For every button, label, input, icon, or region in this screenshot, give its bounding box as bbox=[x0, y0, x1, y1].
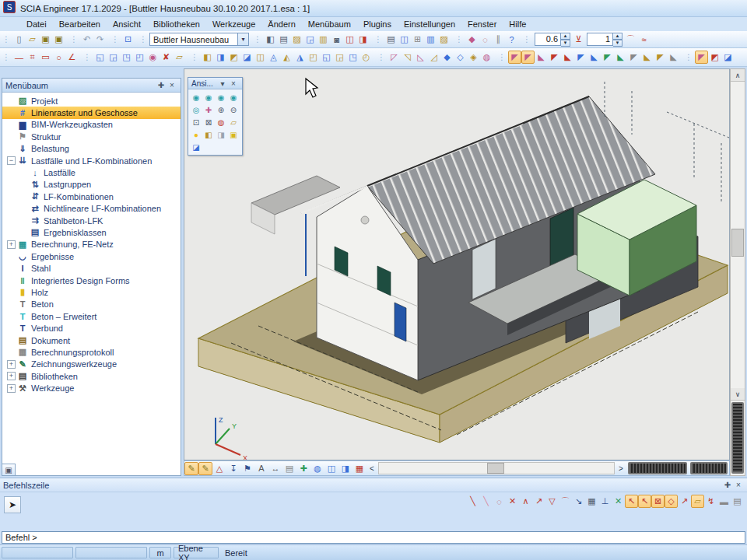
snap-print-icon[interactable]: ▬ bbox=[717, 495, 731, 508]
menu-aendern[interactable]: Ändern bbox=[261, 19, 301, 30]
activity-icon[interactable]: ◆ bbox=[465, 33, 479, 46]
menu-bibliotheken[interactable]: Bibliotheken bbox=[147, 19, 206, 30]
select-mirror-icon[interactable]: ◇ bbox=[454, 51, 467, 64]
tree-expander[interactable] bbox=[7, 252, 16, 261]
rotate-vertical-control[interactable] bbox=[731, 402, 744, 474]
measure-axis-icon[interactable]: ◳ bbox=[346, 51, 359, 64]
paste-add-icon[interactable]: ◰ bbox=[133, 51, 146, 64]
save-project-icon[interactable]: ▣ bbox=[39, 33, 52, 46]
project-data-icon[interactable]: ▨ bbox=[290, 33, 303, 46]
sidebar-item-bim-werkzeugkasten[interactable]: ▆ BIM-Werkzeugkasten bbox=[2, 119, 181, 131]
menu-fenster[interactable]: Fenster bbox=[461, 19, 503, 30]
project-selector[interactable]: Buttler Hausneubau ▾ bbox=[149, 33, 249, 46]
menu-bearbeiten[interactable]: Bearbeiten bbox=[53, 19, 107, 30]
view-front-icon[interactable]: ◉ bbox=[202, 91, 215, 103]
activity-inv-1-icon[interactable]: ◤ bbox=[601, 51, 614, 64]
close-icon[interactable]: × bbox=[167, 80, 177, 91]
sidebar-item-belastung[interactable]: ⇓ Belastung bbox=[2, 143, 181, 155]
rotate-horizontal-control[interactable] bbox=[628, 462, 687, 474]
activity-layer-2-icon[interactable]: ◤ bbox=[521, 51, 535, 64]
load-scale-spinner[interactable]: 1 ▲▼ bbox=[587, 33, 622, 46]
snap-vertex-icon[interactable]: ∧ bbox=[519, 495, 532, 508]
new-project-icon[interactable]: ▯ bbox=[12, 33, 26, 46]
select-chain-icon[interactable]: ◿ bbox=[427, 51, 440, 64]
tree-expander[interactable] bbox=[7, 121, 16, 129]
snap-tangent-icon[interactable]: ↗ bbox=[678, 495, 691, 508]
print-icon[interactable]: ▤ bbox=[384, 33, 398, 46]
redo-icon[interactable]: ↷ bbox=[93, 33, 107, 46]
scroll-left-icon[interactable]: < bbox=[366, 462, 377, 474]
snap-table-icon[interactable]: ▤ bbox=[731, 495, 744, 508]
chevron-down-icon[interactable]: ▾ bbox=[217, 78, 228, 89]
status-plane[interactable]: Ebene XY bbox=[174, 547, 219, 558]
snap-orthogonal-icon[interactable]: ◇ bbox=[665, 495, 678, 508]
select-rotate-icon[interactable]: ◍ bbox=[480, 51, 493, 64]
engineering-report-icon[interactable]: ▥ bbox=[424, 33, 437, 46]
gallery-icon[interactable]: ◫ bbox=[343, 33, 356, 46]
model-viewport[interactable]: Z Y X Ansi... ▾ × ◉◉◉◉◎✚⊕⊖⊡⊠◍▱●◧◨▣◪ bbox=[184, 68, 730, 460]
tree-expander[interactable] bbox=[7, 348, 16, 356]
tree-expander[interactable] bbox=[7, 96, 16, 105]
tree-expander[interactable] bbox=[7, 132, 16, 141]
angle-icon[interactable]: ∠ bbox=[65, 51, 79, 64]
open-project-icon[interactable]: ▱ bbox=[26, 33, 39, 46]
menu-menuebaum[interactable]: Menübaum bbox=[302, 19, 357, 30]
snap-free-icon[interactable]: ╲ bbox=[466, 495, 479, 508]
zoom-all-icon[interactable]: ⊠ bbox=[202, 116, 215, 128]
sidebar-item-holz[interactable]: ▮ Holz bbox=[2, 286, 181, 298]
print-preview-icon[interactable]: ◫ bbox=[398, 33, 411, 46]
activity-clip-2-icon[interactable]: ◣ bbox=[561, 51, 574, 64]
cursor-snap-icon[interactable]: ↘ bbox=[572, 495, 585, 508]
labels-display-icon[interactable]: A bbox=[254, 462, 268, 475]
load-scale-icon[interactable]: ⌒ bbox=[624, 33, 637, 46]
tree-expander[interactable] bbox=[7, 288, 16, 296]
menu-ansicht[interactable]: Ansicht bbox=[107, 19, 147, 30]
pin-icon[interactable]: ✚ bbox=[156, 80, 167, 91]
rotate-horizontal-control-2[interactable] bbox=[690, 462, 728, 474]
measure-section-icon[interactable]: ◲ bbox=[333, 51, 346, 64]
view-point-icon[interactable]: ◎ bbox=[190, 103, 202, 116]
measure-member-icon[interactable]: ◩ bbox=[227, 51, 240, 64]
sidebar-item-berechnung-fe-netz[interactable]: + ▦ Berechnung, FE-Netz bbox=[2, 239, 181, 250]
select-copy-icon[interactable]: ◆ bbox=[440, 51, 454, 64]
what-is-icon[interactable]: ? bbox=[505, 33, 518, 46]
view-top-icon[interactable]: ◉ bbox=[190, 91, 202, 103]
measure-coord-icon[interactable]: ◧ bbox=[201, 51, 214, 64]
bim-update-icon[interactable]: ◪ bbox=[721, 51, 735, 64]
render-pencil-icon[interactable]: ✎ bbox=[184, 462, 198, 475]
sidebar-item-werkzeuge[interactable]: + ⚒ Werkzeuge bbox=[2, 382, 181, 394]
tree-expander[interactable] bbox=[7, 264, 16, 273]
sidebar-item-stahl[interactable]: I Stahl bbox=[2, 262, 181, 274]
tree-expander[interactable] bbox=[7, 276, 16, 285]
sidebar-item-lastfaelle-und-lf-kombinationen[interactable]: − ⇊ Lastfälle und LF-Kombinationen bbox=[2, 155, 181, 166]
measure-surface-icon[interactable]: ◪ bbox=[240, 51, 254, 64]
xml-io-icon[interactable]: ◲ bbox=[303, 33, 317, 46]
clipping-planes-icon[interactable]: ✚ bbox=[202, 103, 215, 116]
vertical-scrollbar[interactable] bbox=[731, 82, 745, 388]
view-side-icon[interactable]: ◉ bbox=[215, 91, 227, 103]
render-pencil-2-icon[interactable]: ✎ bbox=[198, 462, 212, 475]
tree-expander[interactable] bbox=[19, 205, 28, 213]
sidebar-item-stahlbeton-lfk[interactable]: ⇉ Stahlbeton-LFK bbox=[2, 215, 181, 226]
measure-info-icon[interactable]: ◴ bbox=[359, 51, 373, 64]
axes-display-icon[interactable]: ✚ bbox=[296, 462, 310, 475]
menu-werkzeuge[interactable]: Werkzeuge bbox=[206, 19, 261, 30]
search-icon[interactable]: ◌ bbox=[479, 33, 492, 46]
tree-expander[interactable]: + bbox=[7, 372, 16, 380]
dimension-lines-icon[interactable]: ↔ bbox=[268, 462, 282, 475]
activity-layer-3-icon[interactable]: ◣ bbox=[535, 51, 548, 64]
tree-expander[interactable] bbox=[19, 169, 28, 177]
layers-icon[interactable]: ▤ bbox=[277, 33, 290, 46]
snap-points-icon[interactable]: ✕ bbox=[612, 495, 625, 508]
zoom-out-icon[interactable]: ⊖ bbox=[227, 103, 240, 116]
mesh-setup-icon[interactable]: ◙ bbox=[330, 33, 343, 46]
sidebar-item-bibliotheken[interactable]: + ▤ Bibliotheken bbox=[2, 370, 181, 382]
snap-delete-icon[interactable]: ✕ bbox=[506, 495, 519, 508]
snap-line-icon[interactable]: ╲ bbox=[479, 495, 493, 508]
supports-display-icon[interactable]: ⚑ bbox=[240, 462, 254, 475]
view-palette-header[interactable]: Ansi... ▾ × bbox=[188, 78, 242, 89]
units-icon[interactable]: ◧ bbox=[264, 33, 277, 46]
bim-compare-icon[interactable]: ◩ bbox=[708, 51, 721, 64]
sidebar-item-ergebnisklassen[interactable]: ▤ Ergebnisklassen bbox=[2, 226, 181, 238]
tree-expander[interactable]: + bbox=[7, 240, 16, 249]
